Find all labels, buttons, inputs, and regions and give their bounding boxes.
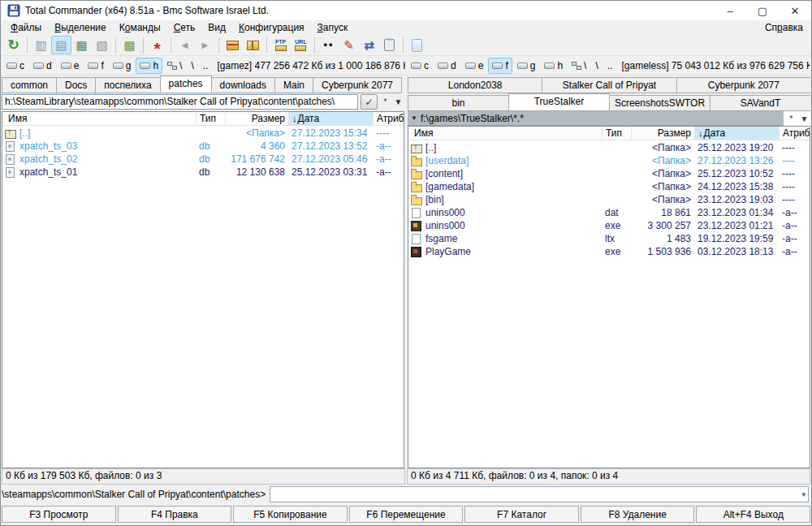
drive-button-c[interactable]: c (407, 58, 433, 74)
full-view-button[interactable] (51, 36, 71, 54)
search-button[interactable] (318, 36, 339, 54)
folder-tab[interactable]: bin (408, 95, 509, 111)
favorites-star-button[interactable]: * (786, 114, 797, 123)
menu-item[interactable]: Файлы (4, 22, 48, 33)
menu-item[interactable]: Выделение (48, 22, 113, 33)
drive-button-f[interactable]: f (488, 58, 512, 74)
minimize-button[interactable]: – (714, 1, 746, 20)
drive-button-h[interactable]: h (136, 58, 162, 74)
tree-view-button[interactable] (92, 36, 112, 54)
folder-tab[interactable]: London2038 (408, 77, 542, 93)
fkey-button[interactable]: Alt+F4 Выход (696, 506, 810, 523)
network-button[interactable]: \ (163, 58, 186, 74)
file-row[interactable]: [userdata]<Папка>27.12.2023 13:26---- (408, 154, 810, 167)
history-dropdown-button[interactable]: ▼ (393, 97, 404, 106)
refresh-button[interactable] (3, 36, 24, 54)
path-confirm-button[interactable]: ✓ (361, 94, 378, 110)
column-header-date[interactable]: ↓Дата (288, 112, 373, 125)
network-button[interactable]: \ (568, 58, 590, 74)
pack-button[interactable] (222, 36, 243, 54)
folder-tab[interactable]: downloads (211, 77, 275, 93)
drive-button-d[interactable]: d (434, 58, 460, 74)
file-row[interactable]: [gamedata]<Папка>24.12.2023 15:38---- (408, 180, 810, 193)
fkey-button[interactable]: F7 Каталог (464, 506, 579, 523)
folder-tab[interactable]: Docs (56, 77, 96, 93)
root-button[interactable]: \ (187, 58, 197, 73)
up-dir-button[interactable]: .. (199, 58, 213, 73)
folder-tab[interactable]: Stalker Call of Pripyat (542, 77, 676, 93)
fkey-button[interactable]: F3 Просмотр (2, 506, 116, 523)
drive-button-e[interactable]: e (461, 58, 488, 74)
drive-button-e[interactable]: e (57, 58, 84, 74)
column-header-date[interactable]: ↓Дата (694, 127, 779, 140)
file-row[interactable]: xpatch_ts_03db4 36027.12.2023 13:52-a-- (2, 140, 404, 153)
dir-tree-button[interactable] (119, 36, 140, 54)
up-dir-button[interactable]: .. (603, 58, 617, 73)
file-row[interactable]: xpatch_ts_01db12 130 63825.12.2023 03:31… (2, 166, 404, 179)
current-directory-bar[interactable]: ▼ f:\games\TrueStalker\*.* (408, 111, 784, 126)
forward-button[interactable] (195, 36, 215, 54)
file-row[interactable]: [bin]<Папка>23.12.2023 19:03---- (408, 193, 810, 206)
ftp-url-button[interactable] (291, 36, 311, 54)
notepad-button[interactable] (407, 36, 427, 54)
drive-button-g[interactable]: g (513, 58, 540, 74)
folder-tab[interactable]: common (2, 77, 57, 93)
close-button[interactable]: ✕ (779, 1, 811, 20)
history-dropdown-button[interactable]: ▼ (799, 114, 810, 123)
fkey-button[interactable]: F4 Правка (118, 506, 232, 523)
folder-tab[interactable]: patches (160, 75, 212, 93)
back-button[interactable] (175, 36, 195, 54)
unpack-button[interactable] (243, 36, 263, 54)
current-path-input[interactable]: h:\SteamLibrary\steamapps\common\Stalker… (2, 94, 358, 110)
menu-item-help[interactable]: Справка (757, 22, 811, 33)
drive-button-c[interactable]: c (2, 58, 28, 74)
combo-dropdown-icon[interactable]: ▾ (801, 490, 806, 498)
maximize-button[interactable]: ▢ (746, 1, 779, 20)
sync-dirs-button[interactable] (359, 36, 379, 54)
file-row[interactable]: xpatch_ts_02db171 676 74227.12.2023 05:4… (2, 153, 404, 166)
folder-tab[interactable]: Cyberpunk 2077 (676, 77, 810, 93)
menu-item[interactable]: Вид (201, 22, 232, 33)
file-row[interactable]: unins000exe3 300 25723.12.2023 01:21-a-- (408, 219, 810, 232)
column-header-name[interactable]: Имя (408, 127, 602, 140)
folder-tab[interactable]: SAVandT (710, 95, 810, 111)
folder-tab[interactable]: TrueStalker (508, 93, 610, 111)
file-row[interactable]: [content]<Папка>25.12.2023 10:52---- (408, 167, 810, 180)
fkey-button[interactable]: F8 Удаление (581, 506, 695, 523)
file-row[interactable]: [..]<Папка>25.12.2023 19:20---- (408, 141, 810, 154)
column-header-name[interactable]: Имя (2, 112, 196, 125)
file-row[interactable]: [..]<Папка>27.12.2023 15:34---- (2, 127, 404, 140)
file-row[interactable]: PlayGameexe1 503 93603.12.2023 18:13-a-- (408, 245, 810, 258)
drive-button-d[interactable]: d (29, 58, 56, 74)
root-button[interactable]: \ (591, 58, 602, 73)
menu-item[interactable]: Конфигурация (232, 22, 311, 33)
command-line-input[interactable]: ▾ (270, 486, 809, 502)
menu-item[interactable]: Команды (113, 22, 167, 33)
drive-button-g[interactable]: g (109, 58, 136, 74)
folder-tab[interactable]: ScreenshotsSWTOR (609, 95, 710, 111)
drive-button-h[interactable]: h (540, 58, 567, 74)
menu-item[interactable]: Запуск (311, 22, 355, 33)
brief-view-button[interactable] (31, 36, 51, 54)
column-header-attr[interactable]: Атрибуты (373, 112, 404, 125)
column-header-type[interactable]: Тип (602, 127, 631, 140)
ftp-connect-button[interactable] (270, 36, 291, 54)
favorites-star-button[interactable]: * (380, 97, 391, 106)
menu-item[interactable]: Сеть (167, 22, 202, 33)
multi-rename-button[interactable] (339, 36, 359, 54)
file-row[interactable]: fsgameltx1 48319.12.2023 19:59-a-- (408, 232, 810, 245)
fkey-button[interactable]: F5 Копирование (233, 506, 348, 523)
column-header-size[interactable]: Размер (225, 112, 288, 125)
file-row[interactable]: unins000dat18 86123.12.2023 01:34-a-- (408, 206, 810, 219)
folder-tab[interactable]: Cyberpunk 2077 (313, 77, 402, 93)
fkey-button[interactable]: F6 Перемещение (349, 506, 464, 523)
thumbnails-view-button[interactable] (71, 36, 92, 54)
clipboard-button[interactable] (379, 36, 400, 54)
column-header-type[interactable]: Тип (196, 112, 225, 125)
folder-tab[interactable]: поспелиха (95, 77, 160, 93)
column-header-attr[interactable]: Атрибуты (779, 127, 810, 140)
new-star-button[interactable] (147, 36, 167, 54)
column-header-size[interactable]: Размер (631, 127, 694, 140)
folder-tab[interactable]: Main (274, 77, 313, 93)
drive-button-f[interactable]: f (84, 58, 107, 74)
